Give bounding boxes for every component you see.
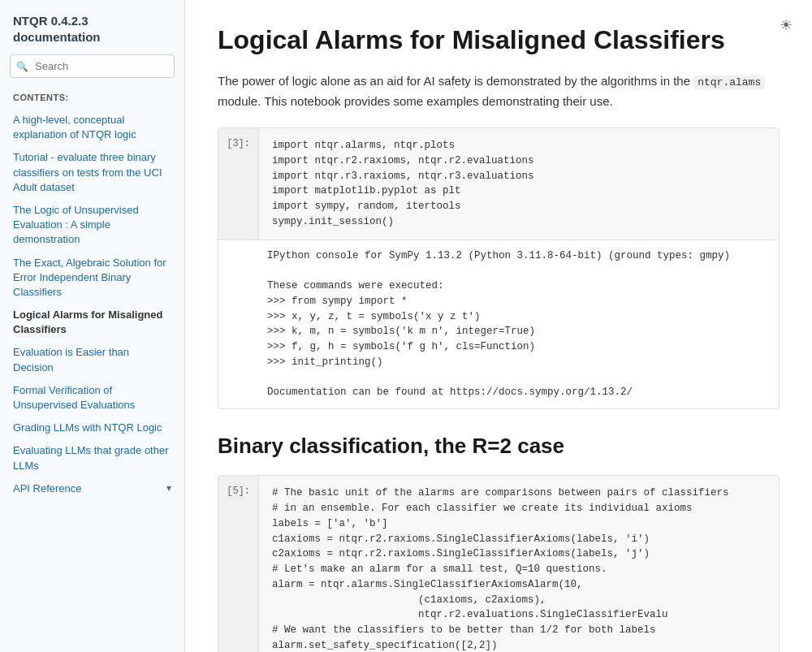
- nav-exact-algebraic[interactable]: The Exact, Algebraic Solution for Error …: [0, 252, 184, 304]
- code-cell-1-content: import ntqr.alarms, ntqr.plots import nt…: [259, 128, 779, 240]
- nav-tutorial[interactable]: Tutorial - evaluate three binary classif…: [0, 146, 184, 199]
- nav-formal-verification-label: Formal Verification of Unsupervised Eval…: [13, 384, 135, 411]
- sidebar: NTQR 0.4.2.3 documentation 🔍 CONTENTS: A…: [0, 0, 185, 652]
- search-icon: 🔍: [16, 61, 28, 72]
- nav-exact-algebraic-label: The Exact, Algebraic Solution for Error …: [13, 257, 166, 298]
- nav-formal-verification[interactable]: Formal Verification of Unsupervised Eval…: [0, 379, 184, 417]
- code-cell-2-input: [5]: # The basic unit of the alarms are …: [218, 476, 779, 652]
- nav-logical-alarms-label: Logical Alarms for Misaligned Classifier…: [13, 309, 162, 335]
- theme-toggle-button[interactable]: ☀: [776, 13, 796, 37]
- nav-evaluating-llms[interactable]: Evaluating LLMs that grade other LLMs: [0, 439, 184, 477]
- nav-api-label: API Reference: [13, 481, 82, 496]
- code-cell-1-label: [3]:: [218, 128, 259, 240]
- intro-text-after-code: module. This notebook provides some exam…: [218, 94, 613, 108]
- section-binary-classification: Binary classification, the R=2 case: [218, 434, 780, 459]
- nav-evaluating-llms-label: Evaluating LLMs that grade other LLMs: [13, 444, 169, 471]
- sidebar-nav: A high-level, conceptual explanation of …: [0, 106, 184, 503]
- main-content: ☀ Logical Alarms for Misaligned Classifi…: [185, 0, 812, 652]
- nav-evaluation-easier-label: Evaluation is Easier than Decision: [13, 346, 129, 373]
- nav-high-level-label: A high-level, conceptual explanation of …: [13, 114, 136, 140]
- nav-grading-llms[interactable]: Grading LLMs with NTQR Logic: [0, 417, 184, 439]
- nav-high-level[interactable]: A high-level, conceptual explanation of …: [0, 109, 184, 146]
- contents-label: CONTENTS:: [0, 88, 184, 106]
- intro-text-before-code: The power of logic alone as an aid for A…: [218, 74, 693, 88]
- nav-logic-unsupervised[interactable]: The Logic of Unsupervised Evaluation : A…: [0, 199, 184, 252]
- nav-grading-llms-label: Grading LLMs with NTQR Logic: [13, 421, 162, 434]
- page-title: Logical Alarms for Misaligned Classifier…: [218, 24, 780, 55]
- nav-api[interactable]: API Reference▾: [0, 477, 184, 500]
- chevron-down-icon: ▾: [166, 481, 171, 495]
- sidebar-brand: NTQR 0.4.2.3 documentation: [0, 0, 184, 54]
- code-cell-1: [3]: import ntqr.alarms, ntqr.plots impo…: [218, 127, 780, 409]
- nav-logical-alarms[interactable]: Logical Alarms for Misaligned Classifier…: [0, 304, 184, 341]
- code-cell-2-label: [5]:: [218, 476, 259, 652]
- code-cell-2: [5]: # The basic unit of the alarms are …: [218, 475, 780, 652]
- search-input[interactable]: [10, 54, 175, 78]
- code-cell-2-content: # The basic unit of the alarms are compa…: [259, 476, 779, 652]
- nav-logic-unsupervised-label: The Logic of Unsupervised Evaluation : A…: [13, 204, 139, 245]
- intro-paragraph: The power of logic alone as an aid for A…: [218, 71, 780, 111]
- code-cell-1-input: [3]: import ntqr.alarms, ntqr.plots impo…: [218, 128, 779, 240]
- sidebar-search-container: 🔍: [10, 54, 175, 78]
- inline-code-alams: ntqr.alams: [693, 76, 765, 89]
- nav-evaluation-easier[interactable]: Evaluation is Easier than Decision: [0, 341, 184, 378]
- code-cell-1-output: IPython console for SymPy 1.13.2 (Python…: [218, 240, 779, 409]
- nav-tutorial-label: Tutorial - evaluate three binary classif…: [13, 151, 162, 192]
